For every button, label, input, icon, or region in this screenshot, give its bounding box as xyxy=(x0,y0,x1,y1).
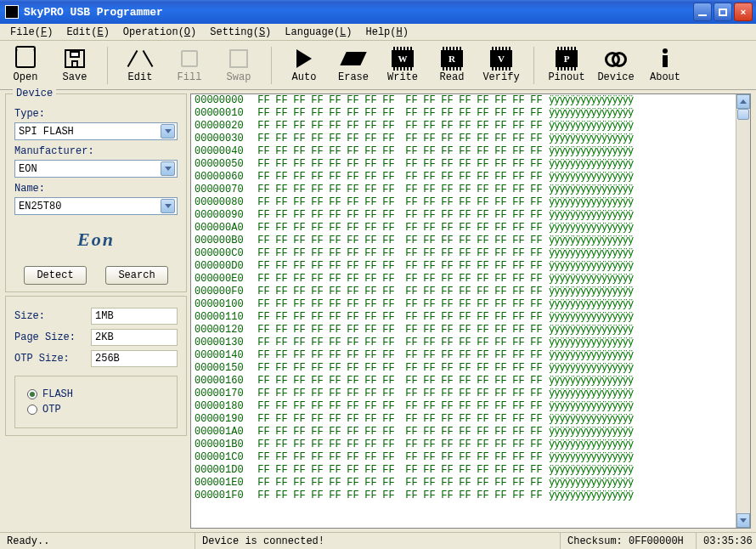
hex-byte: FF xyxy=(273,324,291,337)
hex-byte: FF xyxy=(255,222,273,235)
hex-byte: FF xyxy=(273,311,291,324)
status-ready: Ready.. xyxy=(0,533,195,549)
menu-operation[interactable]: Operation(O) xyxy=(116,25,203,40)
hex-byte: FF xyxy=(420,388,438,400)
erase-icon xyxy=(340,52,366,65)
hex-byte: FF xyxy=(255,184,273,196)
hex-byte: FF xyxy=(326,209,344,222)
edit-button[interactable]: Edit xyxy=(120,47,161,83)
hex-byte: FF xyxy=(308,158,326,171)
read-button[interactable]: RRead xyxy=(432,47,472,83)
hex-byte: FF xyxy=(492,337,510,349)
hex-byte: FF xyxy=(326,451,344,464)
radio-otp[interactable]: OTP xyxy=(27,404,165,416)
hex-byte: FF xyxy=(528,171,545,184)
scroll-up-icon[interactable] xyxy=(736,94,750,109)
hex-byte: FF xyxy=(326,196,344,209)
hex-byte: FF xyxy=(308,362,326,375)
verify-button[interactable]: VVerify xyxy=(481,47,522,83)
hex-byte: FF xyxy=(380,158,398,171)
hex-byte: FF xyxy=(456,260,474,273)
hex-byte: FF xyxy=(362,451,380,464)
hex-row: 000001B0FFFFFFFFFFFFFFFFFFFFFFFFFFFFFFFF… xyxy=(191,439,736,451)
hex-byte: FF xyxy=(326,145,344,158)
name-combo[interactable]: EN25T80 xyxy=(14,197,178,215)
menu-language[interactable]: Language(L) xyxy=(278,25,358,40)
auto-button[interactable]: Auto xyxy=(284,47,324,83)
hex-byte: FF xyxy=(474,464,492,477)
hex-ascii: ÿÿÿÿÿÿÿÿÿÿÿÿÿÿÿÿ xyxy=(545,107,633,120)
menu-setting[interactable]: Setting(S) xyxy=(203,25,278,40)
manufacturer-combo[interactable]: EON xyxy=(14,160,178,178)
scroll-thumb[interactable] xyxy=(737,109,749,120)
menu-edit[interactable]: Edit(E) xyxy=(59,25,116,40)
hex-byte: FF xyxy=(528,464,545,477)
hex-byte: FF xyxy=(255,209,273,222)
search-button[interactable]: Search xyxy=(105,266,168,285)
hex-byte: FF xyxy=(492,196,510,209)
hex-row: 000000C0FFFFFFFFFFFFFFFFFFFFFFFFFFFFFFFF… xyxy=(191,247,736,260)
device-button[interactable]: Device xyxy=(595,47,636,83)
hex-byte: FF xyxy=(403,171,420,184)
radio-flash[interactable]: FLASH xyxy=(27,388,165,400)
menu-file[interactable]: File(F) xyxy=(3,25,59,40)
hex-byte: FF xyxy=(308,337,326,349)
hex-byte: FF xyxy=(273,426,291,439)
scroll-down-icon[interactable] xyxy=(736,513,750,528)
hex-byte: FF xyxy=(291,464,308,477)
hex-byte: FF xyxy=(273,235,291,247)
hex-byte: FF xyxy=(420,107,438,120)
hex-byte: FF xyxy=(273,94,291,107)
hex-byte: FF xyxy=(255,375,273,388)
write-button[interactable]: WWrite xyxy=(382,47,423,83)
hex-byte: FF xyxy=(528,235,545,247)
hex-byte: FF xyxy=(291,209,308,222)
hex-byte: FF xyxy=(362,273,380,286)
hex-byte: FF xyxy=(438,260,456,273)
hex-address: 00000080 xyxy=(191,196,255,209)
hex-byte: FF xyxy=(420,171,438,184)
hex-byte: FF xyxy=(474,196,492,209)
pinout-button[interactable]: PPinout xyxy=(546,47,587,83)
hex-byte: FF xyxy=(420,222,438,235)
hex-byte: FF xyxy=(510,464,528,477)
hex-byte: FF xyxy=(291,222,308,235)
hex-ascii: ÿÿÿÿÿÿÿÿÿÿÿÿÿÿÿÿ xyxy=(545,464,633,477)
hex-byte: FF xyxy=(403,451,420,464)
hex-byte: FF xyxy=(510,286,528,298)
hex-viewer[interactable]: 00000000FFFFFFFFFFFFFFFFFFFFFFFFFFFFFFFF… xyxy=(190,93,751,529)
hex-byte: FF xyxy=(474,209,492,222)
save-button[interactable]: Save xyxy=(54,47,95,83)
hex-byte: FF xyxy=(255,311,273,324)
type-combo[interactable]: SPI FLASH xyxy=(14,122,178,140)
hex-byte: FF xyxy=(420,477,438,490)
chevron-down-icon xyxy=(161,124,175,139)
detect-button[interactable]: Detect xyxy=(24,266,87,285)
hex-byte: FF xyxy=(273,196,291,209)
hex-byte: FF xyxy=(492,222,510,235)
menu-help[interactable]: Help(H) xyxy=(359,25,415,40)
minimize-button[interactable] xyxy=(693,3,712,21)
maximize-button[interactable] xyxy=(714,3,732,21)
hex-byte: FF xyxy=(362,413,380,426)
hex-row: 00000110FFFFFFFFFFFFFFFFFFFFFFFFFFFFFFFF… xyxy=(191,311,736,324)
about-button[interactable]: About xyxy=(645,47,685,83)
hex-byte: FF xyxy=(380,260,398,273)
hex-byte: FF xyxy=(326,490,344,502)
hex-byte: FF xyxy=(255,464,273,477)
swap-button[interactable]: Swap xyxy=(218,47,259,83)
hex-byte: FF xyxy=(308,184,326,196)
open-button[interactable]: Open xyxy=(5,47,46,83)
hex-byte: FF xyxy=(492,184,510,196)
hex-byte: FF xyxy=(291,184,308,196)
vertical-scrollbar[interactable] xyxy=(736,94,750,528)
hex-byte: FF xyxy=(403,222,420,235)
erase-button[interactable]: Erase xyxy=(333,47,374,83)
hex-byte: FF xyxy=(492,413,510,426)
fill-button[interactable]: Fill xyxy=(169,47,210,83)
hex-byte: FF xyxy=(273,464,291,477)
hex-byte: FF xyxy=(308,426,326,439)
hex-byte: FF xyxy=(492,171,510,184)
close-button[interactable]: × xyxy=(734,3,753,21)
hex-byte: FF xyxy=(403,311,420,324)
